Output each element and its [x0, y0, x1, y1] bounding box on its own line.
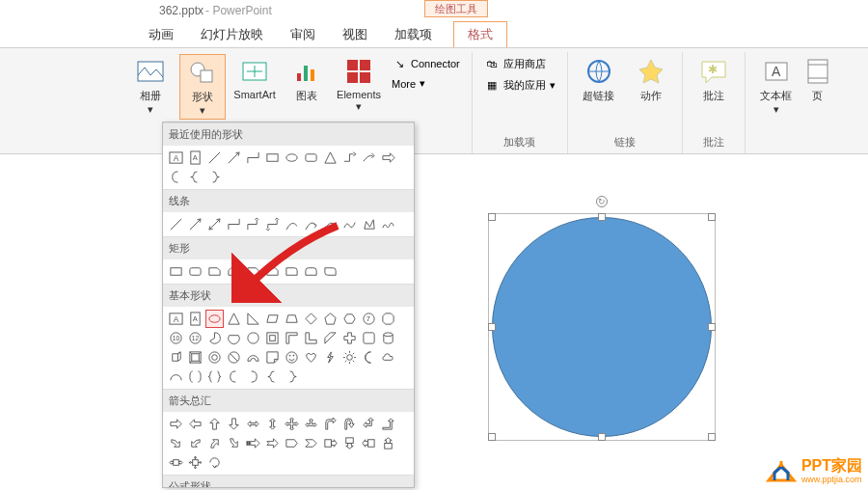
album-button[interactable]: 相册 ▾: [127, 54, 174, 118]
shape-arrow-leftrightup[interactable]: [302, 415, 320, 433]
shape-double-arrow[interactable]: [205, 215, 224, 233]
textbox-button[interactable]: A 文本框 ▾: [753, 54, 800, 118]
shape-elbow[interactable]: [244, 149, 262, 167]
shape-teardrop[interactable]: [244, 329, 262, 347]
shape-sniproundrect[interactable]: [263, 262, 282, 281]
comment-button[interactable]: ✱ 批注: [691, 54, 737, 105]
shape-frame[interactable]: [263, 329, 282, 347]
shape-callout-quad[interactable]: [186, 453, 204, 472]
shape-textbox[interactable]: A: [167, 149, 185, 167]
shape-roundrect[interactable]: [302, 149, 320, 167]
myapps-button[interactable]: ▦ 我的应用 ▾: [480, 75, 559, 95]
resize-handle-nw[interactable]: [488, 213, 496, 221]
shape-curved-arrow[interactable]: [360, 149, 378, 167]
shape-doublebracket[interactable]: [186, 368, 204, 386]
shape-arrow-curvedleft[interactable]: [186, 434, 204, 452]
connector-button[interactable]: ↘ Connector: [388, 54, 464, 73]
shape-decagon[interactable]: 10: [167, 329, 185, 347]
selected-shape[interactable]: [492, 217, 712, 437]
shape-callout-up[interactable]: [379, 434, 397, 452]
shape-line-arrow[interactable]: [225, 149, 243, 167]
shape-lbracket[interactable]: [225, 368, 243, 386]
shape-hexagon[interactable]: [340, 310, 359, 328]
shape-smiley[interactable]: [283, 348, 301, 367]
shape-freeform-curve[interactable]: [340, 215, 359, 233]
shape-arrow-leftright[interactable]: [244, 415, 262, 433]
shape-plaque[interactable]: [360, 329, 378, 347]
shape-rect[interactable]: [167, 262, 185, 281]
shape-lightning[interactable]: [321, 348, 339, 367]
tab-addins[interactable]: 加载项: [381, 22, 446, 47]
shape-arrow-down[interactable]: [225, 415, 243, 433]
shape-snip1[interactable]: [205, 262, 224, 281]
shape-pentagon[interactable]: [321, 310, 339, 328]
shape-donut[interactable]: [205, 348, 224, 367]
shape-callout-left[interactable]: [360, 434, 378, 452]
shape-foldedcorner[interactable]: [263, 348, 282, 367]
shape-curve-arrow[interactable]: [302, 215, 320, 233]
shape-cloud[interactable]: [379, 348, 397, 367]
shape-vtextbox[interactable]: A: [186, 149, 204, 167]
shape-arrow-updown[interactable]: [263, 415, 282, 433]
shape-round1[interactable]: [283, 262, 301, 281]
shape-moon[interactable]: [360, 348, 378, 367]
shape-rbrace[interactable]: [283, 368, 301, 386]
shape-blockarc[interactable]: [244, 348, 262, 367]
tab-animations[interactable]: 动画: [135, 22, 187, 47]
elements-button[interactable]: Elements ▾: [336, 54, 382, 115]
shape-arrow-striped[interactable]: [244, 434, 262, 452]
shape-plus[interactable]: [340, 329, 359, 347]
shape-arc[interactable]: [167, 368, 185, 386]
shape-heptagon[interactable]: 7: [360, 310, 378, 328]
resize-handle-n[interactable]: [598, 213, 606, 221]
tab-view[interactable]: 视图: [329, 22, 381, 47]
shape-arrow-uturn[interactable]: [340, 415, 359, 433]
shape-noentry[interactable]: [225, 348, 243, 367]
shape-lbracket[interactable]: [167, 168, 185, 186]
shape-rtriangle[interactable]: [244, 310, 262, 328]
shape-elbow-arrow[interactable]: [244, 215, 262, 233]
shape-can[interactable]: [379, 329, 397, 347]
hyperlink-button[interactable]: 超链接: [576, 54, 622, 105]
shape-sun[interactable]: [340, 348, 359, 367]
shapes-button[interactable]: 形状 ▾: [179, 54, 226, 120]
shape-diamond[interactable]: [302, 310, 320, 328]
shape-doublebrace[interactable]: [205, 368, 224, 386]
shape-arrow-curvedright[interactable]: [167, 434, 185, 452]
shape-arrow-up[interactable]: [205, 415, 224, 433]
rotation-handle[interactable]: [596, 196, 608, 207]
resize-handle-e[interactable]: [708, 323, 716, 331]
tab-format[interactable]: 格式: [453, 21, 507, 47]
shape-arrow-chevron[interactable]: [302, 434, 320, 452]
smartart-button[interactable]: SmartArt: [231, 54, 278, 102]
shape-oval[interactable]: [283, 149, 301, 167]
shape-elbow-double[interactable]: [263, 215, 282, 233]
shape-curve-double[interactable]: [321, 215, 339, 233]
tab-slideshow[interactable]: 幻灯片放映: [187, 22, 277, 47]
shape-triangle[interactable]: [225, 310, 243, 328]
resize-handle-sw[interactable]: [488, 433, 496, 441]
shape-callout-leftright[interactable]: [167, 453, 185, 472]
shape-lbrace[interactable]: [186, 168, 204, 186]
headerfooter-button[interactable]: 页: [805, 54, 830, 105]
shape-arrow-left[interactable]: [186, 415, 204, 433]
shape-parallelogram[interactable]: [263, 310, 282, 328]
shape-round2same[interactable]: [302, 262, 320, 281]
resize-handle-s[interactable]: [598, 433, 606, 441]
shape-arrow-curveddown[interactable]: [225, 434, 243, 452]
chart-button[interactable]: 图表: [284, 54, 330, 105]
resize-handle-w[interactable]: [488, 323, 496, 331]
shape-round2diag[interactable]: [321, 262, 339, 281]
shape-vtextbox[interactable]: A: [186, 310, 204, 328]
shape-lbrace[interactable]: [263, 368, 282, 386]
shape-arrow-bentup[interactable]: [379, 415, 397, 433]
shape-textbox[interactable]: A: [167, 310, 185, 328]
shape-block-arrow[interactable]: [379, 149, 397, 167]
shape-arrow-curvedup[interactable]: [205, 434, 224, 452]
shape-arrow-bent[interactable]: [321, 415, 339, 433]
shape-pie[interactable]: [205, 329, 224, 347]
shape-roundrect[interactable]: [186, 262, 204, 281]
shape-arrow-pentagon[interactable]: [283, 434, 301, 452]
shape-rbrace[interactable]: [205, 168, 224, 186]
shape-cube[interactable]: [167, 348, 185, 367]
